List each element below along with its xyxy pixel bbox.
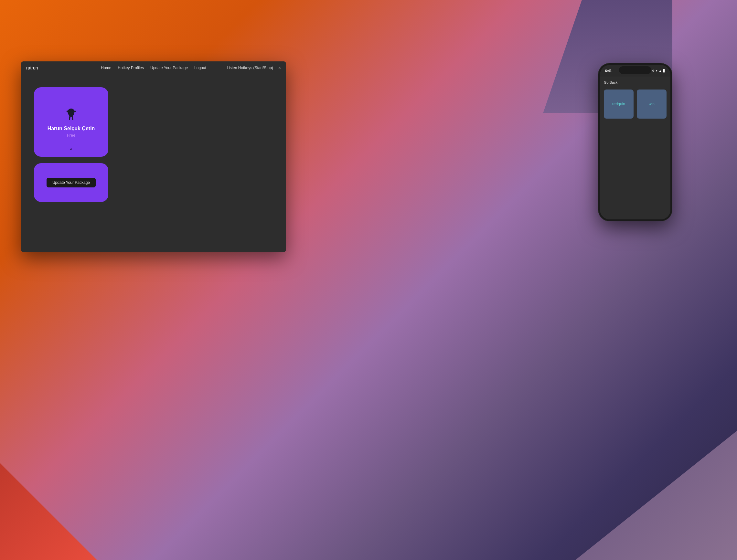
signal-icon: ▲ [659,69,662,72]
rat-icon [65,108,77,121]
title-bar-right: Listen Hotkeys (Start/Stop) × [226,65,281,70]
phone-notch [619,66,651,74]
app-logo: ratrun [26,65,38,70]
app-window: ratrun Home Hotkey Profiles Update Your … [21,61,286,252]
profile-icon-container [63,106,79,122]
phone-card-win-label: win [649,102,655,106]
update-package-button[interactable]: Update Your Package [47,178,96,187]
nav-home[interactable]: Home [101,66,111,70]
phone-cards: redquin win [604,90,667,119]
profile-card: Harun Selçuk Çetin Free ^ [34,87,108,157]
phone-inner: 6:41 ⚙ ● ▲ ▊ Go Back redquin win [600,65,670,219]
nav-bar: Home Hotkey Profiles Update Your Package… [101,66,206,70]
phone-time: 6:41 [605,69,612,73]
go-back-button[interactable]: Go Back [604,80,667,84]
update-package-card: Update Your Package [34,163,108,202]
phone-screen: Go Back redquin win [600,77,670,219]
close-button[interactable]: × [278,65,281,70]
phone-status-icons: ⚙ ● ▲ ▊ [652,69,665,72]
nav-update-package[interactable]: Update Your Package [150,66,188,70]
title-bar: ratrun Home Hotkey Profiles Update Your … [21,61,286,74]
nav-hotkey-profiles[interactable]: Hotkey Profiles [118,66,144,70]
settings-icon: ⚙ [652,69,655,72]
profile-name: Harun Selçuk Çetin [47,126,95,132]
phone-card-win[interactable]: win [637,90,667,119]
listen-hotkeys-button[interactable]: Listen Hotkeys (Start/Stop) [226,66,273,70]
profile-plan: Free [67,133,76,138]
wifi-icon: ● [656,69,658,72]
phone-outer: 6:41 ⚙ ● ▲ ▊ Go Back redquin win [598,63,672,221]
nav-logout[interactable]: Logout [194,66,206,70]
chevron-up-icon[interactable]: ^ [70,148,72,153]
phone-mockup: 6:41 ⚙ ● ▲ ▊ Go Back redquin win [598,63,672,221]
window-content: Harun Selçuk Çetin Free ^ Update Your Pa… [21,74,286,252]
battery-icon: ▊ [663,69,665,72]
phone-card-redquin[interactable]: redquin [604,90,634,119]
phone-card-redquin-label: redquin [612,102,625,106]
